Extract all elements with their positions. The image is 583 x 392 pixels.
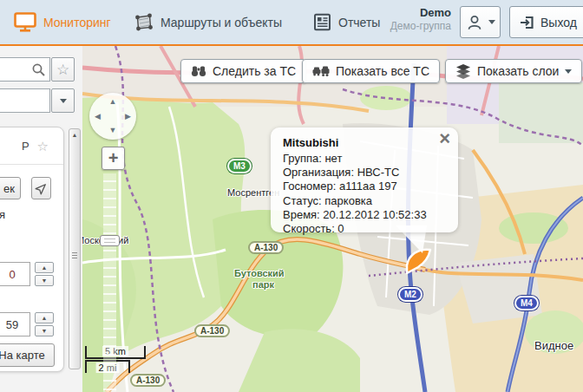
tab-reports[interactable]: Отчеты bbox=[313, 0, 380, 44]
map-pan-control[interactable]: ▲ ▼ ◀ ▶ bbox=[89, 93, 136, 140]
star-icon[interactable]: ☆ bbox=[37, 140, 49, 153]
logout-label: Выход bbox=[540, 16, 577, 29]
pan-up-icon[interactable]: ▲ bbox=[109, 98, 117, 106]
show-layers-button[interactable]: Показать слои bbox=[445, 59, 582, 83]
search-icon bbox=[31, 62, 46, 77]
pan-right-icon[interactable]: ▶ bbox=[125, 113, 131, 121]
splitter-grip-icon bbox=[72, 251, 77, 260]
vehicle-details-card: P ☆ ек я ▲ ▼ ▲ ▼ На карте bbox=[0, 127, 64, 372]
monitor-icon bbox=[14, 12, 36, 32]
tab-monitoring[interactable]: Мониторинг bbox=[14, 0, 111, 44]
spinner-field-1[interactable] bbox=[0, 262, 30, 286]
locate-vehicle-button[interactable] bbox=[31, 177, 51, 199]
zoom-slider-thumb[interactable] bbox=[100, 235, 120, 246]
layers-icon bbox=[455, 64, 471, 79]
group-combo-dropdown-button[interactable] bbox=[51, 88, 75, 113]
zoom-slider-track[interactable] bbox=[103, 173, 116, 392]
card-header-letter: P bbox=[22, 140, 29, 153]
exit-icon bbox=[520, 15, 535, 30]
popup-info-line: Организация: НВС-ТС bbox=[283, 166, 446, 180]
sidebar-panel: ☆ P ☆ ек я ▲ ▼ ▲ bbox=[0, 46, 82, 392]
popup-info-line: Скорость: 0 bbox=[283, 222, 446, 236]
chevron-down-icon bbox=[60, 99, 67, 103]
chevron-down-icon bbox=[565, 69, 572, 74]
popup-info-line: Группа: нет bbox=[283, 152, 446, 166]
spin-up-icon[interactable]: ▲ bbox=[35, 312, 54, 323]
zoom-in-button[interactable]: + bbox=[102, 147, 125, 170]
spin-up-icon[interactable]: ▲ bbox=[35, 262, 54, 273]
popup-info-line: Госномер: а111аа 197 bbox=[283, 180, 446, 193]
vehicle-monitoring-app: МосрентгенМосковскийБутовскийпаркВидноеМ… bbox=[0, 0, 583, 392]
card-header: P ☆ bbox=[0, 127, 63, 165]
spin-down-icon[interactable]: ▼ bbox=[35, 275, 54, 286]
cars-icon bbox=[312, 65, 330, 77]
star-icon: ☆ bbox=[56, 62, 69, 77]
chevron-down-icon bbox=[488, 20, 495, 24]
popup-info-lines: Группа: нетОрганизация: НВС-ТСГосномер: … bbox=[283, 152, 446, 236]
report-document-icon bbox=[313, 13, 331, 31]
spinner-buttons-2: ▲ ▼ bbox=[35, 312, 54, 336]
popup-info-line: Время: 20.12.2012 10:52:33 bbox=[283, 208, 446, 222]
spinner-field-2[interactable] bbox=[0, 312, 30, 336]
tab-monitoring-label: Мониторинг bbox=[43, 16, 111, 29]
spin-down-icon[interactable]: ▼ bbox=[35, 325, 54, 336]
tab-routes-objects-label: Маршруты и объекты bbox=[160, 16, 282, 29]
show-all-vehicles-label: Показать все ТС bbox=[336, 64, 429, 78]
on-map-button[interactable]: На карте bbox=[0, 343, 55, 367]
tab-reports-label: Отчеты bbox=[338, 16, 380, 29]
navigation-arrow-icon bbox=[35, 181, 49, 195]
cut-off-label: я bbox=[0, 208, 5, 221]
top-navigation-bar: Мониторинг Маршруты и объекты Отчеты Dem… bbox=[0, 0, 583, 46]
popup-info-line: Статус: парковка bbox=[283, 194, 446, 208]
close-icon[interactable]: × bbox=[439, 129, 450, 148]
pan-left-icon[interactable]: ◀ bbox=[95, 113, 101, 121]
geofence-polygon-icon bbox=[134, 13, 154, 31]
user-group: Демо-группа bbox=[390, 20, 451, 33]
current-user-info: Demo Демо-группа bbox=[390, 6, 451, 33]
tab-routes-objects[interactable]: Маршруты и объекты bbox=[134, 0, 282, 44]
scroll-up-icon[interactable]: ▲ bbox=[69, 132, 80, 138]
user-name: Demo bbox=[390, 6, 451, 20]
user-menu-button[interactable] bbox=[460, 6, 501, 38]
sidebar-scrollbar[interactable]: ▲ bbox=[69, 128, 81, 369]
logout-button[interactable]: Выход bbox=[509, 6, 583, 38]
person-icon bbox=[466, 14, 483, 31]
spinner-buttons-1: ▲ ▼ bbox=[35, 262, 54, 286]
pan-down-icon[interactable]: ▼ bbox=[109, 127, 117, 134]
group-combo-input[interactable] bbox=[0, 88, 50, 113]
follow-vehicle-button[interactable]: Следить за ТС bbox=[180, 59, 306, 83]
binoculars-icon bbox=[191, 65, 206, 77]
popup-vehicle-title: Mitsubishi bbox=[283, 136, 446, 149]
follow-vehicle-label: Следить за ТС bbox=[213, 64, 296, 78]
show-all-vehicles-button[interactable]: Показать все ТС bbox=[302, 59, 440, 83]
vehicle-info-popup: × Mitsubishi Группа: нетОрганизация: НВС… bbox=[271, 127, 458, 232]
track-button[interactable]: ек bbox=[0, 177, 21, 199]
show-layers-label: Показать слои bbox=[477, 64, 559, 78]
favorites-filter-button[interactable]: ☆ bbox=[51, 57, 75, 82]
